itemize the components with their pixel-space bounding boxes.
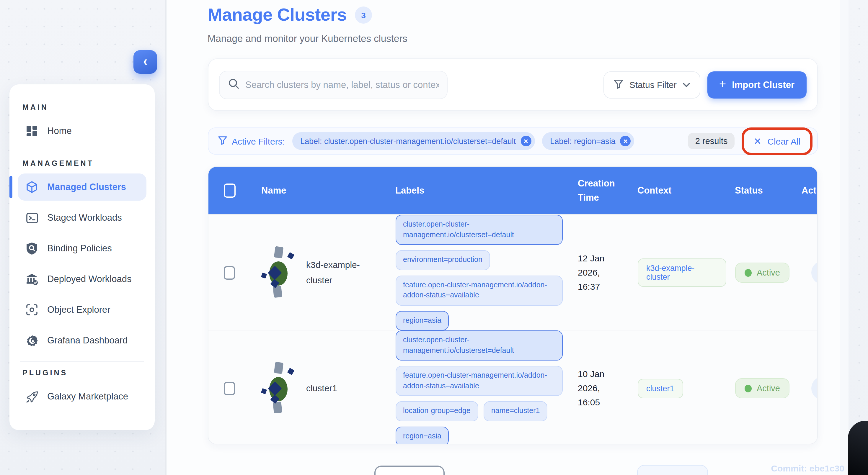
rocket-icon	[25, 389, 39, 404]
bank-check-icon	[25, 272, 39, 286]
scan-focus-icon	[25, 303, 39, 317]
sidebar-item-object-explorer[interactable]: Object Explorer	[18, 296, 147, 324]
select-all-checkbox[interactable]	[223, 183, 235, 198]
sidebar-item-grafana-dashboard[interactable]: Grafana Dashboard	[18, 327, 147, 354]
plus-icon: +	[719, 77, 726, 91]
status-dot-icon	[744, 269, 751, 276]
column-header-actions: Actions	[802, 183, 817, 198]
main-content: Manage Clusters 3 Manage and monitor you…	[166, 0, 840, 475]
clear-all-label: Clear All	[767, 136, 800, 146]
label-chip: feature.open-cluster-management.io/addon…	[395, 366, 562, 396]
search-box[interactable]	[219, 70, 447, 99]
filter-chip-text: Label: region=asia	[550, 137, 615, 145]
sidebar-item-binding-policies[interactable]: Binding Policies	[18, 235, 147, 262]
sidebar: MAIN Home MANAGEMENT Managed Clusters St…	[9, 84, 155, 430]
label-chip: cluster.open-cluster-management.io/clust…	[395, 215, 562, 245]
sidebar-item-label: Deployed Workloads	[47, 274, 131, 284]
pagination-button-partial[interactable]	[374, 466, 444, 475]
search-input[interactable]	[245, 79, 438, 90]
sidebar-item-label: Galaxy Marketplace	[47, 391, 128, 402]
active-filters-label-wrap: Active Filters:	[218, 135, 285, 147]
label-chip: feature.open-cluster-management.io/addon…	[395, 275, 562, 305]
table-row: cluster1 cluster.open-cluster-management…	[208, 330, 817, 444]
chevron-down-icon	[683, 80, 690, 90]
chevron-left-icon: ‹	[143, 54, 148, 69]
scrollbar-track[interactable]	[840, 0, 848, 475]
column-header-status: Status	[735, 183, 802, 198]
sidebar-item-managed-clusters[interactable]: Managed Clusters	[18, 173, 147, 201]
sidebar-item-deployed-workloads[interactable]: Deployed Workloads	[18, 266, 147, 293]
results-count-badge: 2 results	[688, 133, 735, 149]
import-cluster-label: Import Cluster	[732, 79, 795, 90]
page-title: Manage Clusters	[208, 5, 347, 25]
row-actions-menu-button[interactable]	[811, 376, 817, 400]
column-header-creation-time: Creation Time	[578, 176, 638, 205]
sidebar-item-label: Binding Policies	[47, 243, 112, 254]
cluster-count-badge: 3	[355, 6, 372, 24]
context-chip[interactable]: k3d-example-cluster	[638, 259, 726, 287]
cluster-logo	[261, 361, 297, 415]
filter-chip-clusterset: Label: cluster.open-cluster-management.i…	[292, 132, 535, 150]
row-checkbox[interactable]	[223, 381, 235, 395]
creation-time: 12 Jan 2026, 16:37	[578, 251, 620, 294]
sidebar-item-label: Grafana Dashboard	[47, 335, 128, 346]
remove-filter-icon[interactable]: ✕	[521, 136, 531, 146]
filter-chip-text: Label: cluster.open-cluster-management.i…	[300, 137, 516, 145]
sidebar-item-staged-workloads[interactable]: Staged Workloads	[18, 204, 147, 231]
column-header-context: Context	[638, 183, 735, 198]
labels-cell: cluster.open-cluster-management.io/clust…	[395, 331, 578, 444]
labels-cell: cluster.open-cluster-management.io/clust…	[395, 215, 578, 331]
creation-time: 10 Jan 2026, 16:05	[578, 367, 620, 409]
clear-all-button[interactable]: ✕ Clear All	[742, 127, 812, 155]
label-chip: name=cluster1	[484, 401, 548, 421]
cluster-logo	[261, 245, 297, 300]
sidebar-section-management: MANAGEMENT	[18, 159, 147, 168]
cluster-name: cluster1	[306, 381, 361, 396]
active-filters-label: Active Filters:	[232, 136, 285, 146]
import-cluster-button[interactable]: + Import Cluster	[707, 71, 806, 98]
sidebar-item-label: Staged Workloads	[47, 212, 122, 223]
cluster-name: k3d-example-cluster	[306, 257, 361, 288]
screen-corner-overlay	[848, 421, 868, 475]
label-chip: region=asia	[395, 311, 449, 331]
funnel-icon	[614, 79, 624, 91]
sidebar-item-home[interactable]: Home	[18, 117, 147, 144]
status-badge: Active	[735, 263, 789, 283]
close-icon: ✕	[753, 135, 762, 147]
dashboard-icon	[25, 124, 39, 138]
label-chip: environment=production	[395, 250, 490, 270]
funnel-icon-blue	[218, 135, 227, 147]
sidebar-item-galaxy-marketplace[interactable]: Galaxy Marketplace	[18, 383, 147, 410]
remove-filter-icon[interactable]: ✕	[620, 136, 631, 146]
column-header-labels: Labels	[395, 183, 578, 198]
terminal-icon	[25, 211, 39, 225]
sidebar-item-label: Managed Clusters	[47, 182, 126, 192]
page-subtitle: Manage and monitor your Kubernetes clust…	[208, 33, 817, 44]
filter-chip-region: Label: region=asia ✕	[542, 132, 634, 150]
cube-icon	[25, 180, 39, 194]
grafana-icon	[25, 333, 39, 347]
clusters-table: Name Labels Creation Time Context Status…	[208, 166, 817, 444]
sidebar-item-label: Home	[47, 126, 72, 136]
status-filter-button[interactable]: Status Filter	[603, 71, 700, 98]
status-dot-icon	[744, 384, 751, 392]
sidebar-section-plugins: PLUGINS	[18, 369, 147, 377]
search-icon	[228, 77, 240, 92]
shield-search-icon	[25, 241, 39, 256]
table-row: k3d-example-cluster cluster.open-cluster…	[208, 214, 817, 330]
sidebar-section-main: MAIN	[18, 103, 147, 111]
pagination-page-indicator-partial	[637, 465, 708, 475]
row-checkbox[interactable]	[223, 266, 235, 279]
sidebar-divider	[20, 151, 144, 152]
label-chip: location-group=edge	[395, 401, 478, 421]
sidebar-collapse-button[interactable]: ‹	[133, 50, 157, 74]
sidebar-item-label: Object Explorer	[47, 304, 111, 315]
column-header-name: Name	[261, 183, 395, 198]
label-chip: region=asia	[395, 426, 449, 444]
table-header-row: Name Labels Creation Time Context Status…	[208, 167, 817, 214]
context-chip[interactable]: cluster1	[638, 378, 683, 398]
row-actions-menu-button[interactable]	[811, 261, 817, 284]
sidebar-divider	[20, 361, 144, 362]
active-filters-bar: Active Filters: Label: cluster.open-clus…	[208, 128, 817, 155]
app-root: ‹ MAIN Home MANAGEMENT Managed Clusters …	[0, 0, 868, 475]
